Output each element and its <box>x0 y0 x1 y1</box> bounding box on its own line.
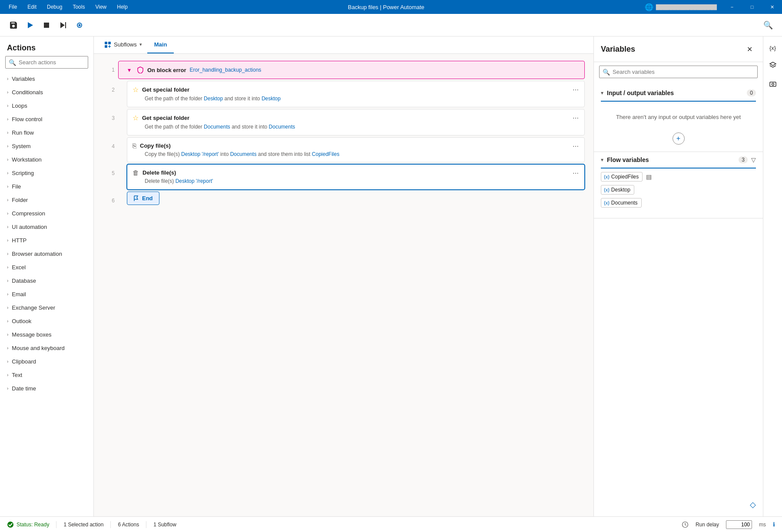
chevron-icon: › <box>7 103 8 108</box>
action-item-label: Compression <box>12 210 45 217</box>
maximize-button[interactable]: □ <box>742 0 762 14</box>
delete-icon: 🗑 <box>133 169 139 176</box>
action-item-conditionals[interactable]: › Conditionals <box>0 86 93 99</box>
action-item-label: Variables <box>12 76 35 82</box>
step-var3-4: CopiedFiles <box>312 151 339 157</box>
stop-button[interactable] <box>40 19 53 32</box>
diamond-icon[interactable]: ◇ <box>750 500 756 509</box>
action-item-compression[interactable]: › Compression <box>0 207 93 220</box>
subflows-button[interactable]: Subflows ▾ <box>99 36 147 53</box>
toolbar: 🔍 <box>0 14 782 36</box>
variables-panel-icon[interactable]: {x} <box>765 40 781 56</box>
run-delay-input[interactable] <box>726 520 752 529</box>
variables-close-button[interactable]: ✕ <box>743 43 756 56</box>
action-item-flow-control[interactable]: › Flow control <box>0 112 93 126</box>
action-item-ui-automation[interactable]: › UI automation <box>0 220 93 234</box>
flow-section-header[interactable]: ▾ Flow variables 3 ▽ <box>594 152 763 168</box>
status-divider-1 <box>56 521 56 528</box>
step-number-6: 6 <box>103 192 115 204</box>
action-item-folder[interactable]: › Folder <box>0 193 93 207</box>
save-button[interactable] <box>7 19 20 32</box>
action-item-label: Date time <box>12 385 36 392</box>
menu-help[interactable]: Help <box>112 2 133 12</box>
action-item-file[interactable]: › File <box>0 180 93 193</box>
action-item-http[interactable]: › HTTP <box>0 234 93 247</box>
step-menu-5[interactable]: ⋯ <box>570 168 581 178</box>
main-tab[interactable]: Main <box>147 36 174 53</box>
io-empty-text: There aren't any input or output variabl… <box>601 105 756 129</box>
io-add-button[interactable]: + <box>673 132 685 145</box>
toolbar-search-button[interactable]: 🔍 <box>761 18 775 32</box>
chevron-icon: › <box>7 332 8 337</box>
step-card-2[interactable]: ☆ Get special folder Get the path of the… <box>127 81 585 107</box>
action-item-run-flow[interactable]: › Run flow <box>0 126 93 139</box>
action-item-label: Text <box>12 372 22 378</box>
action-item-loops[interactable]: › Loops <box>0 99 93 112</box>
variables-search-icon: 🔍 <box>603 69 610 76</box>
menu-bar: File Edit Debug Tools View Help <box>0 2 133 12</box>
action-item-message-boxes[interactable]: › Message boxes <box>0 328 93 341</box>
flow-section-body: {x} CopiedFiles ▤ {x} Desktop <box>594 169 763 218</box>
variables-search-input[interactable] <box>599 66 758 78</box>
action-item-text[interactable]: › Text <box>0 368 93 382</box>
flow-var-chip-documents[interactable]: {x} Documents <box>601 198 642 208</box>
action-item-browser-automation[interactable]: › Browser automation <box>0 247 93 261</box>
end-block-label: End <box>142 195 153 202</box>
action-item-variables[interactable]: › Variables <box>0 72 93 86</box>
chevron-icon: › <box>7 238 8 243</box>
action-item-datetime[interactable]: › Date time <box>0 382 93 395</box>
close-button[interactable]: ✕ <box>762 0 782 14</box>
io-section-header[interactable]: ▾ Input / output variables 0 <box>594 85 763 101</box>
layers-icon[interactable] <box>765 57 781 73</box>
action-item-database[interactable]: › Database <box>0 274 93 287</box>
action-item-outlook[interactable]: › Outlook <box>0 314 93 328</box>
action-item-excel[interactable]: › Excel <box>0 261 93 274</box>
actions-panel: Actions 🔍 › Variables › Conditionals › L… <box>0 36 94 516</box>
end-block[interactable]: End <box>127 192 159 205</box>
info-icon[interactable]: ℹ <box>773 521 775 528</box>
action-item-email[interactable]: › Email <box>0 287 93 301</box>
action-item-scripting[interactable]: › Scripting <box>0 166 93 180</box>
actions-search-input[interactable] <box>5 56 88 69</box>
image-icon[interactable] <box>765 76 781 92</box>
menu-debug[interactable]: Debug <box>42 2 67 12</box>
var-name-documents: Documents <box>611 200 638 206</box>
actions-title: Actions <box>0 36 93 56</box>
step-card-4[interactable]: ⎘ Copy file(s) Copy the file(s) Desktop … <box>127 137 585 163</box>
collapse-icon[interactable]: ▾ <box>125 66 133 74</box>
minimize-button[interactable]: − <box>722 0 742 14</box>
flow-var-chip-desktop[interactable]: {x} Desktop <box>601 185 634 195</box>
chevron-icon: › <box>7 198 8 202</box>
error-block-card[interactable]: ▾ On block error Eror_handling_backup_ac… <box>118 61 585 79</box>
svg-point-6 <box>79 24 81 26</box>
io-chevron-icon: ▾ <box>601 90 603 96</box>
step-card-3[interactable]: ☆ Get special folder Get the path of the… <box>127 109 585 135</box>
step-card-5[interactable]: 🗑 Delete file(s) Delete file(s) Desktop … <box>127 164 585 190</box>
menu-edit[interactable]: Edit <box>22 2 42 12</box>
list-icon-copiedfiles: ▤ <box>646 173 652 180</box>
menu-tools[interactable]: Tools <box>67 2 90 12</box>
record-button[interactable] <box>73 19 86 32</box>
step-number-1: 1 <box>103 61 115 73</box>
action-item-exchange-server[interactable]: › Exchange Server <box>0 301 93 314</box>
step-menu-4[interactable]: ⋯ <box>570 141 581 152</box>
next-button[interactable] <box>56 19 70 32</box>
action-item-clipboard[interactable]: › Clipboard <box>0 355 93 368</box>
chevron-icon: › <box>7 225 8 229</box>
action-item-label: Scripting <box>12 170 34 176</box>
flow-var-chip-copiedfiles[interactable]: {x} CopiedFiles <box>601 172 643 182</box>
action-item-mouse-keyboard[interactable]: › Mouse and keyboard <box>0 341 93 355</box>
action-item-workstation[interactable]: › Workstation <box>0 153 93 166</box>
chevron-icon: › <box>7 130 8 135</box>
menu-view[interactable]: View <box>90 2 112 12</box>
step-menu-3[interactable]: ⋯ <box>570 113 581 123</box>
flow-filter-icon[interactable]: ▽ <box>751 156 756 163</box>
run-delay-label: Run delay <box>696 522 719 528</box>
menu-file[interactable]: File <box>3 2 22 12</box>
io-section-title: Input / output variables <box>607 89 743 96</box>
step-menu-2[interactable]: ⋯ <box>570 85 581 95</box>
run-button[interactable] <box>23 19 36 32</box>
step-desc-prefix-3: Get the path of the folder <box>145 124 202 130</box>
action-item-label: Flow control <box>12 116 42 122</box>
action-item-system[interactable]: › System <box>0 139 93 153</box>
